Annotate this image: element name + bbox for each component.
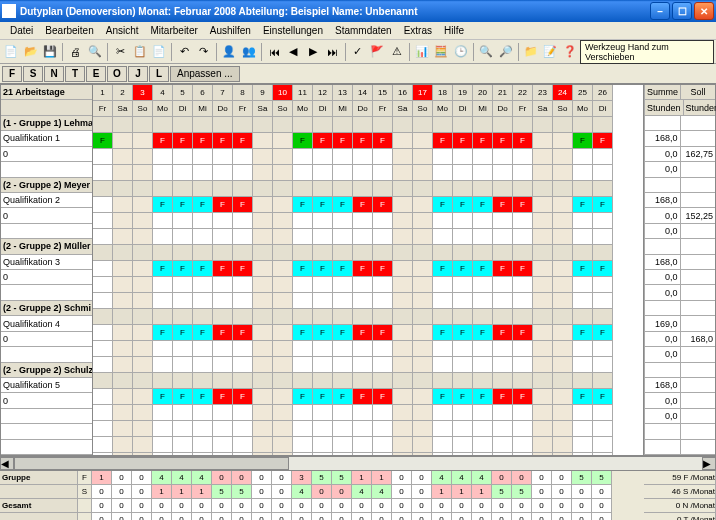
schedule-cell[interactable]: F xyxy=(493,389,513,405)
schedule-cell[interactable]: F xyxy=(433,133,453,149)
schedule-cell[interactable] xyxy=(553,149,573,165)
schedule-cell[interactable] xyxy=(233,357,253,373)
schedule-cell[interactable] xyxy=(493,405,513,421)
schedule-cell[interactable] xyxy=(273,437,293,453)
schedule-cell[interactable] xyxy=(353,453,373,455)
schedule-cell[interactable] xyxy=(553,261,573,277)
schedule-cell[interactable] xyxy=(113,261,133,277)
schedule-cell[interactable] xyxy=(493,277,513,293)
schedule-cell[interactable]: F xyxy=(293,389,313,405)
schedule-cell[interactable]: F xyxy=(513,389,533,405)
schedule-cell[interactable] xyxy=(473,229,493,245)
schedule-cell[interactable] xyxy=(213,405,233,421)
schedule-cell[interactable] xyxy=(413,325,433,341)
schedule-cell[interactable] xyxy=(533,437,553,453)
schedule-cell[interactable] xyxy=(453,229,473,245)
schedule-cell[interactable] xyxy=(273,197,293,213)
schedule-cell[interactable] xyxy=(93,213,113,229)
schedule-cell[interactable] xyxy=(193,453,213,455)
schedule-cell[interactable] xyxy=(93,421,113,437)
schedule-cell[interactable] xyxy=(493,357,513,373)
schedule-cell[interactable] xyxy=(293,293,313,309)
schedule-cell[interactable]: F xyxy=(353,389,373,405)
schedule-cell[interactable]: F xyxy=(313,133,333,149)
schedule-cell[interactable] xyxy=(253,213,273,229)
schedule-cell[interactable]: F xyxy=(573,197,593,213)
schedule-cell[interactable] xyxy=(393,357,413,373)
schedule-cell[interactable] xyxy=(333,229,353,245)
schedule-cell[interactable] xyxy=(433,341,453,357)
schedule-cell[interactable] xyxy=(133,213,153,229)
schedule-cell[interactable] xyxy=(253,405,273,421)
schedule-cell[interactable] xyxy=(253,453,273,455)
schedule-cell[interactable] xyxy=(533,389,553,405)
paste-icon[interactable]: 📄 xyxy=(150,42,168,62)
schedule-cell[interactable] xyxy=(273,421,293,437)
schedule-cell[interactable] xyxy=(353,357,373,373)
schedule-cell[interactable] xyxy=(473,405,493,421)
schedule-cell[interactable] xyxy=(393,277,413,293)
schedule-cell[interactable] xyxy=(453,437,473,453)
schedule-cell[interactable]: F xyxy=(573,389,593,405)
schedule-cell[interactable] xyxy=(253,437,273,453)
schedule-cell[interactable] xyxy=(353,437,373,453)
schedule-cell[interactable] xyxy=(533,133,553,149)
schedule-cell[interactable]: F xyxy=(153,197,173,213)
schedule-cell[interactable] xyxy=(193,277,213,293)
schedule-cell[interactable]: F xyxy=(373,325,393,341)
schedule-cell[interactable] xyxy=(273,453,293,455)
schedule-cell[interactable]: F xyxy=(333,133,353,149)
schedule-cell[interactable] xyxy=(513,229,533,245)
schedule-cell[interactable]: F xyxy=(213,197,233,213)
schedule-cell[interactable] xyxy=(433,149,453,165)
schedule-cell[interactable] xyxy=(493,293,513,309)
schedule-cell[interactable] xyxy=(113,437,133,453)
schedule-cell[interactable] xyxy=(313,437,333,453)
schedule-cell[interactable] xyxy=(93,389,113,405)
schedule-cell[interactable] xyxy=(293,453,313,455)
schedule-cell[interactable] xyxy=(453,293,473,309)
schedule-cell[interactable] xyxy=(93,165,113,181)
schedule-cell[interactable] xyxy=(113,229,133,245)
schedule-cell[interactable]: F xyxy=(433,325,453,341)
schedule-cell[interactable] xyxy=(433,293,453,309)
schedule-cell[interactable] xyxy=(253,357,273,373)
schedule-cell[interactable] xyxy=(273,389,293,405)
schedule-cell[interactable] xyxy=(393,325,413,341)
schedule-cell[interactable]: F xyxy=(353,325,373,341)
schedule-cell[interactable] xyxy=(413,229,433,245)
save-icon[interactable]: 💾 xyxy=(41,42,59,62)
schedule-cell[interactable] xyxy=(113,357,133,373)
schedule-cell[interactable] xyxy=(593,421,613,437)
schedule-cell[interactable] xyxy=(413,197,433,213)
schedule-cell[interactable] xyxy=(573,453,593,455)
schedule-cell[interactable]: F xyxy=(453,133,473,149)
schedule-cell[interactable] xyxy=(453,405,473,421)
schedule-cell[interactable] xyxy=(333,357,353,373)
schedule-cell[interactable] xyxy=(553,437,573,453)
schedule-cell[interactable] xyxy=(93,229,113,245)
schedule-cell[interactable] xyxy=(453,453,473,455)
schedule-cell[interactable]: F xyxy=(93,133,113,149)
schedule-cell[interactable] xyxy=(233,421,253,437)
schedule-cell[interactable] xyxy=(153,165,173,181)
schedule-cell[interactable] xyxy=(533,213,553,229)
schedule-cell[interactable] xyxy=(433,437,453,453)
warning-icon[interactable]: ⚠ xyxy=(387,42,405,62)
schedule-cell[interactable] xyxy=(193,405,213,421)
schedule-cell[interactable] xyxy=(93,405,113,421)
nav-next-icon[interactable]: ▶ xyxy=(304,42,322,62)
schedule-cell[interactable] xyxy=(173,357,193,373)
schedule-cell[interactable] xyxy=(453,213,473,229)
schedule-cell[interactable]: F xyxy=(373,133,393,149)
schedule-cell[interactable]: F xyxy=(593,389,613,405)
schedule-cell[interactable] xyxy=(233,405,253,421)
schedule-cell[interactable]: F xyxy=(293,197,313,213)
filter-o[interactable]: O xyxy=(107,66,127,82)
schedule-cell[interactable] xyxy=(233,165,253,181)
filter-anpassen[interactable]: Anpassen ... xyxy=(170,66,240,82)
schedule-cell[interactable] xyxy=(413,389,433,405)
schedule-cell[interactable] xyxy=(333,405,353,421)
schedule-cell[interactable] xyxy=(433,357,453,373)
schedule-cell[interactable] xyxy=(273,357,293,373)
